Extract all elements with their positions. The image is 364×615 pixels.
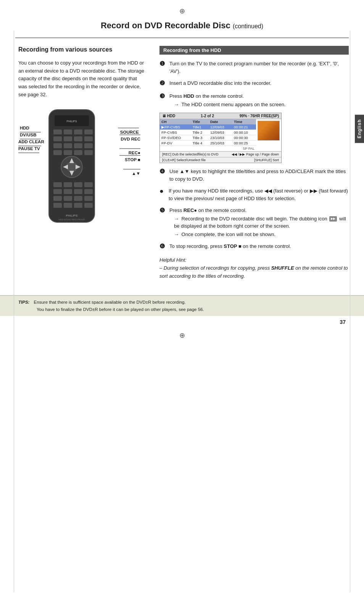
helpful-hint-label: Helpful Hint: — [159, 256, 349, 264]
hdd-r4-ch: FP-DV — [160, 141, 191, 146]
label-nav: ▲▼ — [121, 167, 140, 176]
step-3: ❸ Press HDD on the remote control. → The… — [159, 92, 349, 108]
crosshair-top-icon: ⊕ — [179, 7, 185, 15]
hdd-r1-date: 12/09/03 — [209, 125, 232, 130]
step-1-content: Turn on the TV to the correct program nu… — [169, 60, 349, 75]
step-1: ❶ Turn on the TV to the correct program … — [159, 60, 349, 75]
hdd-row-4: FP-DV Title 4 25/10/03 00:00:25 — [160, 141, 256, 146]
step-5-arrow-note-1: → Recording to the DVD recordable disc w… — [169, 215, 349, 230]
hdd-col-title: Title — [191, 119, 209, 125]
step-3-content: Press HDD on the remote control. → The H… — [169, 92, 349, 108]
hdd-table-wrap: CH Title Date Time ▶FP-CVBS Title1 12/09… — [160, 119, 256, 151]
hdd-r3-title: Title 3 — [191, 135, 209, 141]
bullet-step-content: If you have many HDD title recordings, u… — [169, 187, 349, 202]
hdd-title-right: 99% · 76HR FREE(SP) — [240, 114, 279, 118]
label-pause-tv: PAUSE TV — [18, 146, 45, 155]
hdd-footer-left: [REC] Dub the selectedfile(s) to DVD — [162, 152, 219, 156]
hdd-r3-date: 23/10/03 — [209, 135, 232, 141]
hdd-r1-ch: ▶FP-CVBS — [160, 125, 191, 130]
hdd-table: CH Title Date Time ▶FP-CVBS Title1 12/09… — [160, 119, 256, 146]
bullet-dot-icon: ● — [159, 186, 167, 196]
hdd-r1-time: 00:00:21 — [232, 125, 256, 130]
sp-pal-label: SP PAL — [160, 146, 256, 151]
hdd-r2-ch: FP-CVBS — [160, 130, 191, 135]
hdd-col-date: Date — [209, 119, 232, 125]
tips-line2: You have to finalize the DVD±R before it… — [37, 307, 204, 312]
label-stop: STOP ■ — [118, 153, 140, 162]
hdd-title-middle: 1-2 of 2 — [201, 114, 214, 118]
hdd-footer-1: [REC] Dub the selectedfile(s) to DVD ◀◀ … — [160, 151, 281, 157]
hdd-row-3: FP-SV/DEO Title 3 23/10/03 00:00:30 — [160, 135, 256, 141]
margin-line-right — [350, 31, 350, 592]
hdd-title-bar: 🖥 HDD 1-2 of 2 99% · 76HR FREE(SP) — [160, 113, 281, 119]
page-title: Record on DVD Recordable Disc (continued… — [15, 18, 349, 38]
step-5-bold: REC● — [184, 207, 197, 213]
hdd-r2-title: Title 2 — [191, 130, 209, 135]
right-column: Recording from the HDD ❶ Turn on the TV … — [153, 38, 364, 288]
step-2-content: Insert a DVD recordable disc into the re… — [169, 79, 349, 87]
step-6-content: To stop recording, press STOP ■ on the r… — [169, 243, 349, 250]
steps-list: ❶ Turn on the TV to the correct program … — [159, 60, 349, 251]
step-6: ❻ To stop recording, press STOP ■ on the… — [159, 243, 349, 251]
left-section-body: You can choose to copy your recordings f… — [18, 59, 146, 99]
step-2-number: ❷ — [159, 79, 168, 88]
page-title-main: Record on DVD Recordable Disc — [101, 21, 230, 30]
step-5-content: Press REC● on the remote control. → Reco… — [169, 207, 349, 238]
step-5-arrow-note-2: → Once complete, the icon will not be sh… — [169, 231, 349, 238]
hdd-footer-2: [CLEAR] Select/Unselect file [SHUFFLE] S… — [160, 157, 281, 163]
remote-diagram: PHILIPS — [18, 106, 140, 236]
remote-labels: HDD DV/USB ADD CLEAR PAUSE — [18, 106, 140, 228]
step-4-content: Use ▲▼ keys to highlight the title/title… — [169, 168, 349, 183]
hdd-footer2-left: [CLEAR] Select/Unselect file — [162, 158, 206, 162]
hdd-thumbnail — [258, 121, 280, 141]
helpful-hint-text: – During selection of recordings for cop… — [159, 264, 349, 280]
step-1-number: ❶ — [159, 59, 168, 68]
bottom-crosshair: ⊕ — [0, 328, 364, 343]
main-content: Recording from various sources You can c… — [0, 38, 364, 288]
tips-line1: Ensure that there is sufficient space av… — [34, 300, 186, 304]
hdd-footer-right: ◀◀ / ▶▶ Page up / Page down — [232, 152, 279, 156]
hdd-r3-ch: FP-SV/DEO — [160, 135, 191, 141]
step-5-number: ❺ — [159, 206, 168, 215]
top-crosshair: ⊕ — [0, 0, 364, 18]
hdd-screen: 🖥 HDD 1-2 of 2 99% · 76HR FREE(SP) CH Ti… — [159, 113, 282, 163]
language-tab: English — [355, 115, 364, 143]
tips-bar: TIPS: Ensure that there is sufficient sp… — [0, 295, 364, 316]
left-section-heading: Recording from various sources — [18, 46, 146, 54]
hdd-r4-title: Title 4 — [191, 141, 209, 146]
helpful-hint: Helpful Hint: – During selection of reco… — [159, 256, 349, 280]
hdd-r1-title: Title1 — [191, 125, 209, 130]
hdd-r4-time: 00:00:25 — [232, 141, 256, 146]
hdd-title-left: 🖥 HDD — [162, 114, 175, 118]
left-column: Recording from various sources You can c… — [0, 38, 153, 288]
hdd-r2-date: 12/09/03 — [209, 130, 232, 135]
step-3-bold: HDD — [184, 93, 194, 99]
page: ⊕ Record on DVD Recordable Disc (continu… — [0, 0, 364, 615]
step-2: ❷ Insert a DVD recordable disc into the … — [159, 79, 349, 88]
page-number: 37 — [0, 316, 364, 328]
page-title-continued: (continued) — [233, 23, 263, 29]
dubbing-icon: ▶▶ — [329, 216, 337, 222]
step-3-number: ❸ — [159, 92, 168, 101]
hdd-footer2-right: [SHUFFLE] Sort — [254, 158, 279, 162]
step-6-number: ❻ — [159, 242, 168, 251]
crosshair-bottom-icon: ⊕ — [179, 332, 185, 339]
bullet-step: ● If you have many HDD title recordings,… — [159, 187, 349, 202]
hdd-col-ch: CH — [160, 119, 191, 125]
step-6-bold: STOP ■ — [224, 243, 241, 249]
hdd-col-time: Time — [232, 119, 256, 125]
hdd-row-2: FP-CVBS Title 2 12/09/03 00:00:10 — [160, 130, 256, 135]
tips-label: TIPS: — [18, 300, 29, 304]
step-4: ❹ Use ▲▼ keys to highlight the title/tit… — [159, 168, 349, 183]
label-dvd-rec: DVD REC — [118, 133, 140, 141]
hdd-r2-time: 00:00:10 — [232, 130, 256, 135]
margin-line-left — [14, 31, 14, 592]
step-4-number: ❹ — [159, 167, 168, 176]
step-3-arrow-note: → The HDD content menu appears on the sc… — [169, 101, 349, 108]
hdd-inner: CH Title Date Time ▶FP-CVBS Title1 12/09… — [160, 119, 281, 151]
hdd-r4-date: 25/10/03 — [209, 141, 232, 146]
hdd-row-1: ▶FP-CVBS Title1 12/09/03 00:00:21 — [160, 125, 256, 130]
step-5: ❺ Press REC● on the remote control. → Re… — [159, 207, 349, 238]
hdd-r3-time: 00:00:30 — [232, 135, 256, 141]
right-section-heading: Recording from the HDD — [159, 46, 349, 55]
